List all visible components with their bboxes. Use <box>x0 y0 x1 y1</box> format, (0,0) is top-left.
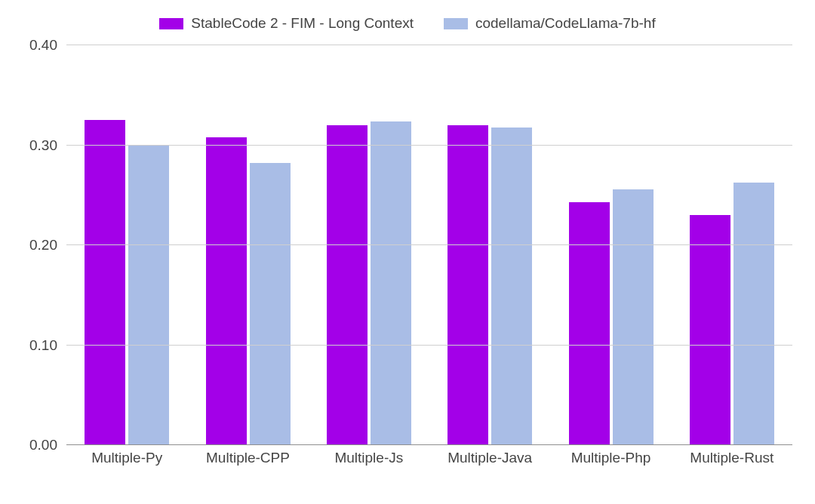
y-tick-label: 0.10 <box>29 337 57 354</box>
bar <box>128 146 169 446</box>
bar <box>206 137 247 445</box>
legend-swatch-icon <box>444 18 468 29</box>
bar <box>690 215 730 445</box>
x-tick-label: Multiple-Java <box>429 445 550 466</box>
x-tick-label: Multiple-Js <box>309 445 429 466</box>
plot-area: 0.000.100.200.300.40 Multiple-PyMultiple… <box>66 45 792 466</box>
bar <box>613 189 654 445</box>
bars-area <box>66 45 792 445</box>
bar <box>491 128 532 445</box>
y-tick-label: 0.30 <box>29 137 57 154</box>
chart-legend: StableCode 2 - FIM - Long Context codell… <box>15 15 800 45</box>
x-tick-label: Multiple-CPP <box>187 445 308 466</box>
chart-container: StableCode 2 - FIM - Long Context codell… <box>15 15 800 489</box>
legend-item-0: StableCode 2 - FIM - Long Context <box>159 15 414 32</box>
y-tick-label: 0.20 <box>29 237 57 254</box>
bar <box>371 121 411 445</box>
bar <box>569 202 610 445</box>
bar <box>327 125 368 445</box>
x-axis: Multiple-PyMultiple-CPPMultiple-JsMultip… <box>66 445 792 466</box>
gridline <box>66 145 792 146</box>
gridline <box>66 45 792 45</box>
bar <box>250 163 291 445</box>
legend-swatch-icon <box>159 18 183 29</box>
x-tick-label: Multiple-Rust <box>672 445 792 466</box>
gridline <box>66 345 792 346</box>
legend-label: StableCode 2 - FIM - Long Context <box>191 15 414 32</box>
x-tick-label: Multiple-Py <box>66 445 187 466</box>
legend-label: codellama/CodeLlama-7b-hf <box>475 15 656 32</box>
bar <box>734 183 774 445</box>
x-tick-label: Multiple-Php <box>550 445 671 466</box>
legend-item-1: codellama/CodeLlama-7b-hf <box>444 15 656 32</box>
gridline <box>66 244 792 245</box>
bar <box>447 125 488 445</box>
bar <box>85 120 125 445</box>
y-tick-label: 0.00 <box>29 437 57 453</box>
y-tick-label: 0.40 <box>29 37 57 54</box>
